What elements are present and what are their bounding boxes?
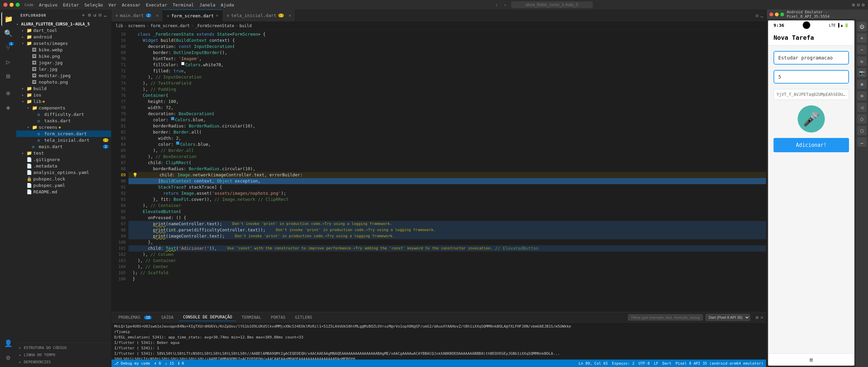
emu-maximize[interactable] <box>780 13 784 16</box>
sidebar-item-bike-webp[interactable]: 🖼 bike.webp <box>16 47 111 53</box>
activity-extensions[interactable]: ⊞ <box>1 69 15 83</box>
emu-zoom-in-icon[interactable]: ⊕ <box>857 80 867 89</box>
status-encoding[interactable]: UTF-8 <box>639 361 650 366</box>
refresh-icon[interactable]: ↺ <box>93 12 97 18</box>
panel-tab-saida[interactable]: SAÍDA <box>157 314 177 321</box>
sidebar-item-difficulty[interactable]: ◇ difficulty.dart <box>16 111 111 118</box>
tab-close-main[interactable]: × <box>156 13 158 18</box>
panel-tab-problems[interactable]: PROBLEMAS 18 <box>114 314 156 321</box>
emu-back-icon[interactable]: ◁ <box>857 103 867 112</box>
phone-input-difficulty[interactable]: 5 <box>774 70 849 84</box>
sidebar-item-assets[interactable]: ▾ 📁 assets/images <box>16 40 111 47</box>
sidebar-item-tasks[interactable]: ◇ tasks.dart <box>16 118 111 124</box>
sidebar-item-ler[interactable]: 🖼 ler.jpg <box>16 66 111 72</box>
phone-add-button[interactable]: Adicionar! <box>774 138 849 152</box>
sidebar-item-readme[interactable]: 📄 README.md <box>16 189 111 195</box>
sidebar-item-nophoto[interactable]: 🖼 nophoto.png <box>16 79 111 85</box>
sidebar-item-form-screen[interactable]: ◇ form_screen.dart <box>16 130 111 137</box>
status-info[interactable]: ℹ 0 <box>178 361 184 366</box>
emu-more-icon[interactable]: … <box>857 137 867 147</box>
sidebar-item-tela-inicial[interactable]: ◇ tela_inicial.dart 1 <box>16 137 111 143</box>
layout-icon[interactable]: ⊞ <box>852 2 855 7</box>
emu-volume-down[interactable]: − <box>857 45 867 54</box>
maximize-button[interactable] <box>16 3 20 7</box>
sidebar-item-code-structure[interactable]: ▸ ESTRUTURA DO CÓDIGO <box>16 344 111 351</box>
emu-rotate-icon[interactable]: ↻ <box>857 56 867 66</box>
emu-square-icon[interactable]: □ <box>857 126 867 135</box>
tab-form-screen[interactable]: ◇ form_screen.dart × <box>163 10 223 21</box>
close-button[interactable] <box>3 3 7 7</box>
sidebar-item-android[interactable]: ▸ 📁 android <box>16 34 111 40</box>
activity-explorer[interactable]: 📁 <box>1 12 15 26</box>
emu-close[interactable] <box>769 13 773 16</box>
sidebar-item-project[interactable]: ▾ ALURA_FLUTTER_CURSO_1-AULA_5 <box>16 21 111 27</box>
sidebar-item-ios[interactable]: ▸ 📁 ios <box>16 92 111 98</box>
menu-editar[interactable]: Editar <box>63 2 79 7</box>
sidebar-item-components[interactable]: ▾ 📁 components <box>16 105 111 111</box>
panel-filter-input[interactable] <box>628 314 703 320</box>
emu-power-button[interactable]: ⏻ <box>857 22 867 31</box>
menu-ajuda[interactable]: Ajuda <box>221 2 234 7</box>
menu-acessar[interactable]: Acessar <box>122 2 141 7</box>
sidebar-item-metadata[interactable]: 📄 .metadata <box>16 163 111 169</box>
breadcrumb-file[interactable]: form_screen.dart <box>151 23 190 28</box>
tab-close-form[interactable]: × <box>216 13 218 18</box>
emu-minimize[interactable] <box>775 13 779 16</box>
tab-main-dart[interactable]: ◇ main.dart 2 × <box>111 10 163 21</box>
sidebar-item-analysis[interactable]: 📄 analysis_options.yaml <box>16 169 111 176</box>
new-file-icon[interactable]: ＋ <box>81 12 86 18</box>
collapse-icon[interactable]: ⊟ <box>99 12 102 18</box>
menu-ver[interactable]: Ver <box>108 2 116 7</box>
sidebar-item-jogar[interactable]: 🖼 jogar.jpg <box>16 59 111 66</box>
activity-debug[interactable]: ▷ <box>1 55 15 69</box>
emu-zoom-out-icon[interactable]: ⊖ <box>857 91 867 101</box>
status-lang[interactable]: Dart <box>662 361 672 366</box>
panel-filter-select[interactable]: Dart (Pixel 8 API 35) <box>706 314 750 321</box>
more-actions-icon[interactable]: … <box>761 13 763 18</box>
menu-executar[interactable]: Executar <box>146 2 167 7</box>
settings-icon[interactable]: ⚙ <box>862 2 865 7</box>
phone-input-image[interactable]: YjVT_f_AVJPETaq8ZUMpEAhSEOUYE-pQ&s <box>774 89 849 100</box>
sidebar-item-screens[interactable]: ▾ 📁 screens ● <box>16 124 111 130</box>
status-warnings[interactable]: ⚠ 15 <box>165 361 174 366</box>
sidebar-item-gitignore[interactable]: 📄 .gitignore <box>16 156 111 163</box>
split-editor-icon[interactable]: ⊟ <box>756 13 758 18</box>
sidebar-item-main[interactable]: ◇ main.dart 2 <box>16 143 111 150</box>
activity-account[interactable]: 👤 <box>1 336 15 350</box>
status-spaces[interactable]: Espaços: 2 <box>612 361 635 366</box>
code-editor[interactable]: 10 16 68 69 70 71 72 73 74 75 76 77 78 7… <box>111 30 766 312</box>
menu-arquivo[interactable]: Arquivo <box>39 2 58 7</box>
nav-forward-button[interactable]: › <box>502 2 508 8</box>
split-icon[interactable]: ⊟ <box>857 2 860 7</box>
activity-flutter[interactable]: ◈ <box>1 101 15 114</box>
sidebar-item-bike-png[interactable]: 🖼 bike.png <box>16 53 111 59</box>
nav-back-button[interactable]: ‹ <box>493 2 500 8</box>
panel-icon-2[interactable]: × <box>761 315 763 320</box>
tab-close-tela[interactable]: × <box>289 13 291 18</box>
panel-tab-terminal[interactable]: TERMINAL <box>238 314 265 321</box>
activity-remote[interactable]: ⊕ <box>1 86 15 100</box>
more-icon[interactable]: … <box>104 12 107 18</box>
status-git[interactable]: ⎇ Debug my code <box>114 361 150 366</box>
panel-tab-console[interactable]: CONSOLE DE DEPURAÇÃO <box>179 313 236 321</box>
panel-icon-1[interactable]: ⊞ <box>756 315 758 320</box>
breadcrumb-class[interactable]: _FormScreenState <box>195 23 235 28</box>
panel-tab-portas[interactable]: PORTAS <box>267 314 290 321</box>
sidebar-item-build[interactable]: ▸ 📁 build <box>16 85 111 92</box>
emu-home-icon[interactable]: ○ <box>857 114 867 124</box>
tab-tela-inicial[interactable]: ◇ tela_inicial.dart 1 × <box>223 10 295 21</box>
new-folder-icon[interactable]: ⊞ <box>88 12 91 18</box>
sidebar-item-pubspec-yaml[interactable]: 📄 pubspec.yaml <box>16 182 111 189</box>
sidebar-item-test[interactable]: ▸ 📁 test <box>16 150 111 156</box>
minimize-button[interactable] <box>10 3 14 7</box>
breadcrumb-lib[interactable]: lib <box>116 23 123 28</box>
status-line-col[interactable]: Ln 89, Col 65 <box>579 361 608 366</box>
phone-input-name[interactable]: Estudar programacao <box>774 51 849 65</box>
breadcrumb-method[interactable]: build <box>239 23 251 28</box>
breadcrumb-screens[interactable]: screens <box>128 23 145 28</box>
sidebar-item-timeline[interactable]: ▸ LINHA DO TEMPO <box>16 351 111 359</box>
sidebar-item-pubspec-lock[interactable]: 🔒 pubspec.lock <box>16 176 111 182</box>
activity-settings[interactable]: ⚙ <box>1 351 15 364</box>
sidebar-item-dependencies[interactable]: ▸ DEPENDENCIES <box>16 359 111 366</box>
status-device[interactable]: Pixel 8 API 35 (android-arm64 emulator) <box>676 361 763 366</box>
